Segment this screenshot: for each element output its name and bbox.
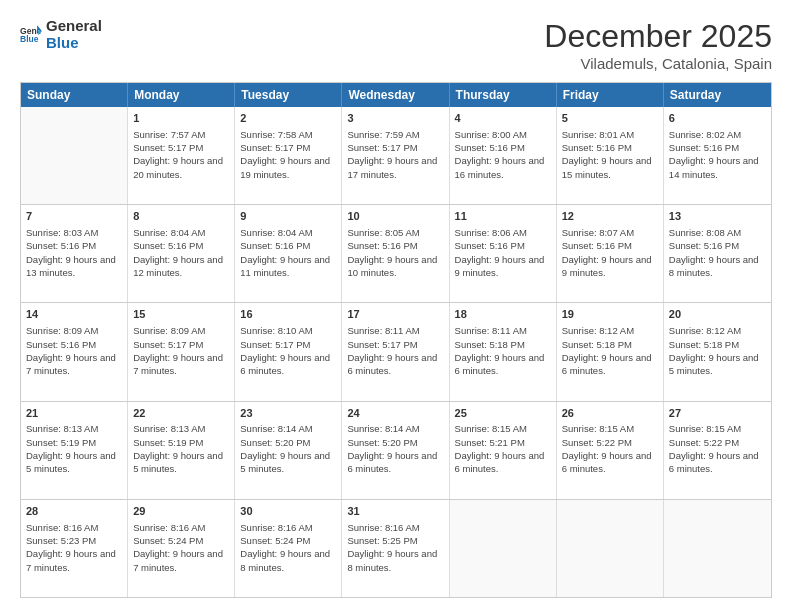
day-number: 27 <box>669 406 766 421</box>
day-cell-21: 21Sunrise: 8:13 AMSunset: 5:19 PMDayligh… <box>21 402 128 499</box>
page: General Blue General Blue December 2025 … <box>0 0 792 612</box>
day-info: Sunrise: 8:11 AMSunset: 5:18 PMDaylight:… <box>455 324 551 377</box>
day-number: 8 <box>133 209 229 224</box>
day-cell-4: 4Sunrise: 8:00 AMSunset: 5:16 PMDaylight… <box>450 107 557 204</box>
day-info: Sunrise: 8:13 AMSunset: 5:19 PMDaylight:… <box>133 422 229 475</box>
day-info: Sunrise: 8:16 AMSunset: 5:23 PMDaylight:… <box>26 521 122 574</box>
empty-cell <box>664 500 771 597</box>
day-number: 5 <box>562 111 658 126</box>
day-cell-3: 3Sunrise: 7:59 AMSunset: 5:17 PMDaylight… <box>342 107 449 204</box>
day-number: 26 <box>562 406 658 421</box>
day-info: Sunrise: 8:10 AMSunset: 5:17 PMDaylight:… <box>240 324 336 377</box>
day-info: Sunrise: 8:14 AMSunset: 5:20 PMDaylight:… <box>347 422 443 475</box>
day-info: Sunrise: 8:16 AMSunset: 5:25 PMDaylight:… <box>347 521 443 574</box>
day-cell-27: 27Sunrise: 8:15 AMSunset: 5:22 PMDayligh… <box>664 402 771 499</box>
day-cell-8: 8Sunrise: 8:04 AMSunset: 5:16 PMDaylight… <box>128 205 235 302</box>
day-info: Sunrise: 8:11 AMSunset: 5:17 PMDaylight:… <box>347 324 443 377</box>
day-number: 4 <box>455 111 551 126</box>
header-day-tuesday: Tuesday <box>235 83 342 107</box>
calendar-body: 1Sunrise: 7:57 AMSunset: 5:17 PMDaylight… <box>21 107 771 597</box>
day-number: 1 <box>133 111 229 126</box>
day-info: Sunrise: 8:01 AMSunset: 5:16 PMDaylight:… <box>562 128 658 181</box>
day-info: Sunrise: 8:15 AMSunset: 5:22 PMDaylight:… <box>562 422 658 475</box>
day-cell-11: 11Sunrise: 8:06 AMSunset: 5:16 PMDayligh… <box>450 205 557 302</box>
header-day-thursday: Thursday <box>450 83 557 107</box>
logo-general: General <box>46 18 102 35</box>
day-number: 13 <box>669 209 766 224</box>
day-number: 24 <box>347 406 443 421</box>
day-info: Sunrise: 8:09 AMSunset: 5:16 PMDaylight:… <box>26 324 122 377</box>
empty-cell <box>21 107 128 204</box>
day-cell-18: 18Sunrise: 8:11 AMSunset: 5:18 PMDayligh… <box>450 303 557 400</box>
logo: General Blue General Blue <box>20 18 102 51</box>
title-block: December 2025 Vilademuls, Catalonia, Spa… <box>544 18 772 72</box>
svg-text:Blue: Blue <box>20 34 39 44</box>
day-info: Sunrise: 8:15 AMSunset: 5:22 PMDaylight:… <box>669 422 766 475</box>
day-number: 18 <box>455 307 551 322</box>
day-cell-13: 13Sunrise: 8:08 AMSunset: 5:16 PMDayligh… <box>664 205 771 302</box>
day-info: Sunrise: 8:14 AMSunset: 5:20 PMDaylight:… <box>240 422 336 475</box>
header: General Blue General Blue December 2025 … <box>20 18 772 72</box>
day-cell-2: 2Sunrise: 7:58 AMSunset: 5:17 PMDaylight… <box>235 107 342 204</box>
day-number: 15 <box>133 307 229 322</box>
day-number: 23 <box>240 406 336 421</box>
day-cell-9: 9Sunrise: 8:04 AMSunset: 5:16 PMDaylight… <box>235 205 342 302</box>
day-cell-14: 14Sunrise: 8:09 AMSunset: 5:16 PMDayligh… <box>21 303 128 400</box>
empty-cell <box>557 500 664 597</box>
header-day-monday: Monday <box>128 83 235 107</box>
day-cell-10: 10Sunrise: 8:05 AMSunset: 5:16 PMDayligh… <box>342 205 449 302</box>
day-cell-29: 29Sunrise: 8:16 AMSunset: 5:24 PMDayligh… <box>128 500 235 597</box>
logo-blue: Blue <box>46 35 102 52</box>
day-info: Sunrise: 8:07 AMSunset: 5:16 PMDaylight:… <box>562 226 658 279</box>
day-cell-17: 17Sunrise: 8:11 AMSunset: 5:17 PMDayligh… <box>342 303 449 400</box>
day-info: Sunrise: 8:02 AMSunset: 5:16 PMDaylight:… <box>669 128 766 181</box>
day-cell-15: 15Sunrise: 8:09 AMSunset: 5:17 PMDayligh… <box>128 303 235 400</box>
day-info: Sunrise: 8:05 AMSunset: 5:16 PMDaylight:… <box>347 226 443 279</box>
day-info: Sunrise: 8:16 AMSunset: 5:24 PMDaylight:… <box>240 521 336 574</box>
calendar-header: SundayMondayTuesdayWednesdayThursdayFrid… <box>21 83 771 107</box>
day-info: Sunrise: 8:00 AMSunset: 5:16 PMDaylight:… <box>455 128 551 181</box>
day-info: Sunrise: 8:12 AMSunset: 5:18 PMDaylight:… <box>562 324 658 377</box>
main-title: December 2025 <box>544 18 772 55</box>
calendar-row-4: 28Sunrise: 8:16 AMSunset: 5:23 PMDayligh… <box>21 499 771 597</box>
day-cell-31: 31Sunrise: 8:16 AMSunset: 5:25 PMDayligh… <box>342 500 449 597</box>
day-number: 2 <box>240 111 336 126</box>
day-cell-6: 6Sunrise: 8:02 AMSunset: 5:16 PMDaylight… <box>664 107 771 204</box>
header-day-friday: Friday <box>557 83 664 107</box>
day-number: 12 <box>562 209 658 224</box>
day-number: 22 <box>133 406 229 421</box>
calendar-row-1: 7Sunrise: 8:03 AMSunset: 5:16 PMDaylight… <box>21 204 771 302</box>
day-cell-22: 22Sunrise: 8:13 AMSunset: 5:19 PMDayligh… <box>128 402 235 499</box>
empty-cell <box>450 500 557 597</box>
day-number: 7 <box>26 209 122 224</box>
day-number: 28 <box>26 504 122 519</box>
day-cell-16: 16Sunrise: 8:10 AMSunset: 5:17 PMDayligh… <box>235 303 342 400</box>
day-info: Sunrise: 7:58 AMSunset: 5:17 PMDaylight:… <box>240 128 336 181</box>
day-number: 21 <box>26 406 122 421</box>
calendar-row-0: 1Sunrise: 7:57 AMSunset: 5:17 PMDaylight… <box>21 107 771 204</box>
day-number: 25 <box>455 406 551 421</box>
day-info: Sunrise: 7:59 AMSunset: 5:17 PMDaylight:… <box>347 128 443 181</box>
day-number: 10 <box>347 209 443 224</box>
day-number: 19 <box>562 307 658 322</box>
day-number: 6 <box>669 111 766 126</box>
header-day-sunday: Sunday <box>21 83 128 107</box>
day-cell-7: 7Sunrise: 8:03 AMSunset: 5:16 PMDaylight… <box>21 205 128 302</box>
day-number: 11 <box>455 209 551 224</box>
day-number: 3 <box>347 111 443 126</box>
day-cell-28: 28Sunrise: 8:16 AMSunset: 5:23 PMDayligh… <box>21 500 128 597</box>
day-cell-25: 25Sunrise: 8:15 AMSunset: 5:21 PMDayligh… <box>450 402 557 499</box>
day-number: 20 <box>669 307 766 322</box>
header-day-saturday: Saturday <box>664 83 771 107</box>
day-info: Sunrise: 8:03 AMSunset: 5:16 PMDaylight:… <box>26 226 122 279</box>
day-number: 9 <box>240 209 336 224</box>
day-number: 29 <box>133 504 229 519</box>
day-info: Sunrise: 8:12 AMSunset: 5:18 PMDaylight:… <box>669 324 766 377</box>
day-cell-26: 26Sunrise: 8:15 AMSunset: 5:22 PMDayligh… <box>557 402 664 499</box>
day-number: 31 <box>347 504 443 519</box>
day-info: Sunrise: 8:06 AMSunset: 5:16 PMDaylight:… <box>455 226 551 279</box>
day-number: 30 <box>240 504 336 519</box>
day-cell-23: 23Sunrise: 8:14 AMSunset: 5:20 PMDayligh… <box>235 402 342 499</box>
day-info: Sunrise: 8:16 AMSunset: 5:24 PMDaylight:… <box>133 521 229 574</box>
day-info: Sunrise: 7:57 AMSunset: 5:17 PMDaylight:… <box>133 128 229 181</box>
